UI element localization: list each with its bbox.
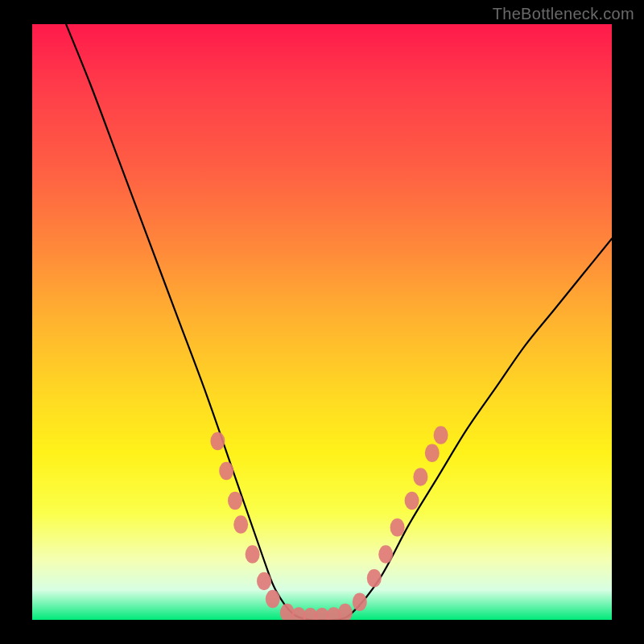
bottleneck-curve xyxy=(61,24,612,620)
marker-point xyxy=(291,607,306,620)
marker-point xyxy=(353,593,367,612)
marker-point xyxy=(257,572,271,591)
marker-point xyxy=(303,608,318,620)
marker-point xyxy=(266,590,280,609)
marker-point xyxy=(280,604,295,620)
marker-point xyxy=(378,545,393,564)
marker-point xyxy=(326,607,341,620)
marker-point xyxy=(425,444,440,463)
marker-point xyxy=(246,545,260,564)
marker-point xyxy=(315,608,329,620)
highlight-markers xyxy=(210,426,448,620)
marker-point xyxy=(233,515,248,534)
marker-point xyxy=(219,462,233,481)
marker-point xyxy=(210,432,225,451)
marker-point xyxy=(228,492,242,510)
marker-point xyxy=(338,604,353,620)
marker-point xyxy=(367,569,382,588)
plot-area xyxy=(32,24,612,620)
marker-point xyxy=(390,518,405,537)
marker-point xyxy=(405,492,419,510)
marker-point xyxy=(434,426,448,444)
curve-svg xyxy=(32,24,612,620)
watermark-text: TheBottleneck.com xyxy=(493,5,634,23)
chart-frame: TheBottleneck.com xyxy=(0,0,644,644)
marker-point xyxy=(413,468,427,486)
